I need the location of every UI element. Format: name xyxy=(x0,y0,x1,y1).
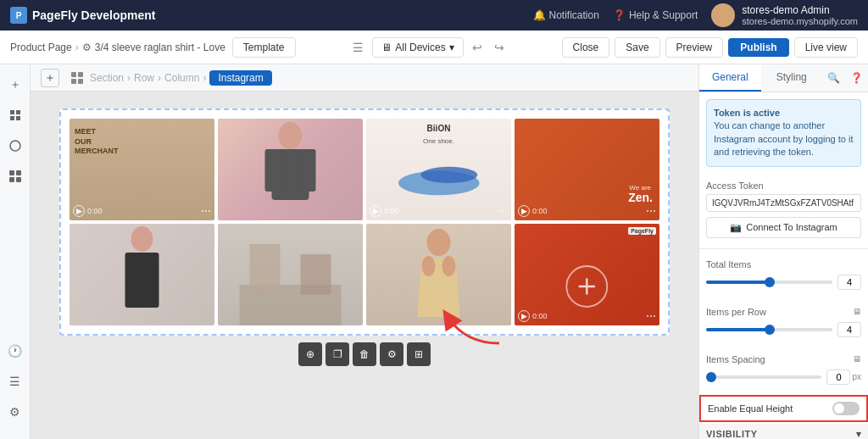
device-selector[interactable]: 🖥 All Devices ▾ xyxy=(372,37,463,58)
enable-equal-height-label: Enable Equal Height xyxy=(708,403,793,414)
more-tool-button[interactable]: ⊞ xyxy=(407,342,431,366)
play-icon-3: ▶ xyxy=(370,205,381,217)
connect-instagram-button[interactable]: 📷 Connect To Instagram xyxy=(706,217,861,238)
slider-fill-total xyxy=(706,281,770,284)
items-spacing-slider[interactable]: px xyxy=(706,370,861,385)
sidebar-shopify-icon[interactable] xyxy=(2,132,29,159)
instagram-cell-2 xyxy=(218,119,363,220)
svg-rect-11 xyxy=(71,79,76,84)
svg-rect-15 xyxy=(265,149,281,192)
instagram-icon: 📷 xyxy=(730,222,742,233)
svg-point-13 xyxy=(279,122,303,149)
connect-btn-label: Connect To Instagram xyxy=(746,222,837,232)
publish-button[interactable]: Publish xyxy=(728,38,788,57)
sidebar-apps-icon[interactable] xyxy=(2,163,29,190)
items-spacing-input[interactable] xyxy=(826,370,850,385)
slider-thumb-total[interactable] xyxy=(765,277,775,287)
enable-equal-height-toggle[interactable] xyxy=(832,402,860,415)
svg-rect-2 xyxy=(10,116,14,120)
total-items-input[interactable] xyxy=(837,275,861,290)
help-panel-icon[interactable]: ❓ xyxy=(845,65,868,91)
access-token-label: Access Token xyxy=(706,181,861,191)
sidebar-add-icon[interactable]: ＋ xyxy=(2,71,29,98)
breadcrumb-sep: › xyxy=(75,42,79,53)
options-icon-4[interactable]: ⋯ xyxy=(646,205,656,217)
section-breadcrumb: ＋ Section › Row › Column › Instagram xyxy=(31,64,698,92)
instagram-cell-4: We are Zen. ▶ 0:00 ⋯ xyxy=(515,119,659,220)
info-title: Token is active xyxy=(714,108,780,118)
sidebar-list-icon[interactable]: ☰ xyxy=(2,368,29,395)
save-button[interactable]: Save xyxy=(615,37,659,58)
items-per-row-section: Items per Row 🖥 xyxy=(699,300,868,347)
instagram-cell-6 xyxy=(218,224,363,325)
options-icon-3[interactable]: ⋯ xyxy=(498,205,508,217)
svg-point-18 xyxy=(420,167,477,183)
row-label: Row xyxy=(134,72,154,84)
add-section-button[interactable]: ＋ xyxy=(41,69,59,87)
slider-track-items[interactable] xyxy=(706,328,832,331)
items-spacing-section: Items Spacing 🖥 px xyxy=(699,347,868,395)
slider-track-total[interactable] xyxy=(706,281,832,284)
template-button[interactable]: Template xyxy=(232,37,296,58)
play-icon-4: ▶ xyxy=(518,205,530,217)
toggle-knob-equal-height xyxy=(834,403,844,414)
settings-tool-button[interactable]: ⚙ xyxy=(380,342,403,366)
help-label: Help & Support xyxy=(629,9,698,21)
logo-icon: P xyxy=(10,7,27,24)
avatar xyxy=(711,3,735,27)
delete-tool-button[interactable]: 🗑 xyxy=(353,342,376,366)
items-per-row-label: Items per Row 🖥 xyxy=(706,307,861,317)
tab-general[interactable]: General xyxy=(699,64,761,92)
preview-button[interactable]: Preview xyxy=(665,37,724,58)
sidebar-settings-icon[interactable]: ⚙ xyxy=(2,398,29,425)
app-logo: P PageFly Development xyxy=(10,7,156,24)
slider-track-spacing[interactable] xyxy=(706,375,821,379)
redo-icon[interactable]: ↪ xyxy=(491,39,508,56)
copy-tool-button[interactable]: ❐ xyxy=(326,342,349,366)
tab-styling[interactable]: Styling xyxy=(761,64,823,92)
access-token-input[interactable] xyxy=(706,194,861,212)
close-button[interactable]: Close xyxy=(562,37,610,58)
items-per-row-input[interactable] xyxy=(837,322,861,337)
visibility-section-header[interactable]: VISIBILITY ▾ xyxy=(699,424,868,439)
sidebar-clock-icon[interactable]: 🕐 xyxy=(2,337,29,364)
info-body: You can change to another Instagram acco… xyxy=(714,120,853,157)
column-label: Column xyxy=(164,72,199,84)
video-controls-3: ▶ 0:00 xyxy=(370,205,399,217)
instagram-breadcrumb[interactable]: Instagram xyxy=(209,70,271,86)
svg-rect-12 xyxy=(78,79,83,84)
search-panel-icon[interactable]: 🔍 xyxy=(822,65,845,91)
slider-thumb-items[interactable] xyxy=(765,325,775,335)
canvas-area: ＋ Section › Row › Column › Instagram MEE… xyxy=(31,64,698,439)
notification-button[interactable]: 🔔 Notification xyxy=(533,9,599,21)
main-layout: ＋ 🕐 ☰ ⚙ ＋ Section › Row › Column › xyxy=(0,64,868,439)
options-icon[interactable]: ⋯ xyxy=(201,205,211,217)
top-navigation: P PageFly Development 🔔 Notification ❓ H… xyxy=(0,0,868,31)
svg-point-26 xyxy=(442,256,456,276)
svg-rect-6 xyxy=(16,170,21,175)
move-tool-button[interactable]: ⊕ xyxy=(298,342,322,366)
liveview-button[interactable]: Live view xyxy=(794,37,858,58)
help-button[interactable]: ❓ Help & Support xyxy=(613,9,698,21)
slider-thumb-spacing[interactable] xyxy=(706,372,716,382)
instagram-widget[interactable]: MEETOURMERCHANT ▶ 0:00 ⋯ xyxy=(59,108,670,336)
svg-rect-23 xyxy=(301,254,331,295)
breadcrumb-page2: 3/4 sleeve raglan shirt - Love xyxy=(95,42,225,53)
svg-rect-8 xyxy=(16,177,21,182)
total-items-slider[interactable] xyxy=(706,275,861,290)
items-per-row-slider[interactable] xyxy=(706,322,861,337)
grid-icon[interactable] xyxy=(68,69,86,87)
device-icon-spacing: 🖥 xyxy=(853,354,861,364)
svg-rect-1 xyxy=(16,110,20,114)
sidebar-layers-icon[interactable] xyxy=(2,102,29,129)
options-icon-8[interactable]: ⋯ xyxy=(646,310,656,322)
enable-equal-height-row: Enable Equal Height xyxy=(699,395,868,422)
visibility-label: VISIBILITY xyxy=(706,429,758,439)
spacing-unit: px xyxy=(852,372,861,381)
align-icon[interactable]: ☰ xyxy=(349,39,367,56)
undo-icon[interactable]: ↩ xyxy=(469,39,486,56)
total-items-section: Total Items xyxy=(699,253,868,300)
breadcrumb-page: Product Page xyxy=(10,42,72,53)
instagram-cell-7 xyxy=(366,224,511,325)
chevron-up-icon: ▾ xyxy=(856,429,862,439)
